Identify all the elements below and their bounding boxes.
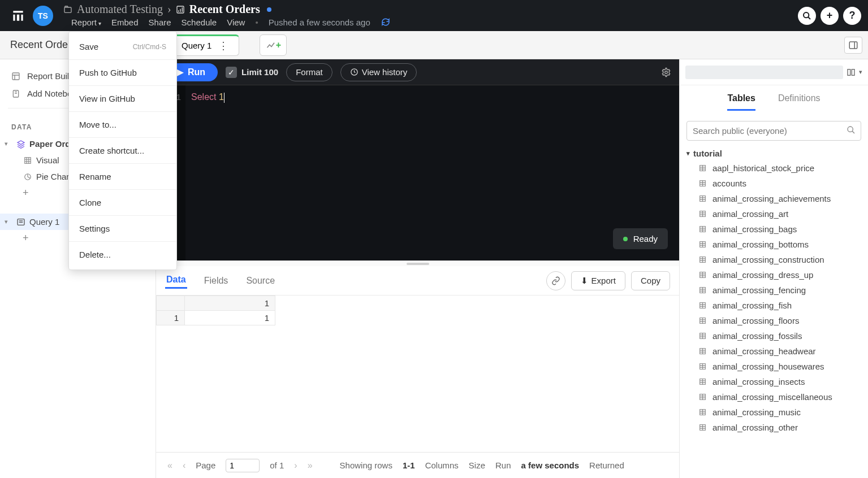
table-icon (23, 157, 33, 164)
svg-point-13 (848, 127, 853, 132)
help-button[interactable]: ? (843, 7, 861, 25)
download-icon: ⬇ (581, 276, 588, 286)
dd-clone[interactable]: Clone (69, 192, 176, 213)
avatar[interactable]: TS (33, 6, 53, 26)
table-name: accounts (712, 179, 746, 188)
link-button[interactable] (546, 271, 565, 290)
dd-save[interactable]: SaveCtrl/Cmd-S (69, 36, 176, 57)
table-row[interactable]: aapl_historical_stock_price (686, 160, 861, 176)
menu-share[interactable]: Share (149, 18, 171, 27)
panel-tab-definitions[interactable]: Definitions (778, 93, 821, 111)
unsaved-dot-icon (267, 7, 271, 12)
results-tab-fields[interactable]: Fields (203, 273, 230, 288)
table-row[interactable]: animal_crossing_insects (686, 374, 861, 389)
toggle-right-panel[interactable] (844, 37, 862, 54)
panel-tab-tables[interactable]: Tables (727, 93, 755, 111)
resize-handle[interactable] (156, 260, 679, 266)
page-input[interactable] (226, 459, 260, 472)
table-row[interactable]: animal_crossing_fossils (686, 328, 861, 344)
results-grid[interactable]: 1 11 (156, 296, 679, 452)
results-tab-source[interactable]: Source (245, 273, 276, 288)
table-icon (699, 225, 708, 233)
limit-checkbox[interactable]: ✓ Limit 100 (226, 67, 278, 78)
status-ready: Ready (613, 228, 668, 249)
menu-embed[interactable]: Embed (111, 18, 139, 27)
cell[interactable]: 1 (185, 311, 275, 325)
table-icon (699, 210, 708, 218)
search-button[interactable] (798, 7, 816, 25)
page-next[interactable]: › (294, 460, 297, 471)
svg-rect-5 (12, 73, 19, 80)
row-header[interactable]: 1 (157, 311, 185, 325)
chevron-down-icon[interactable]: ▾ (5, 218, 12, 225)
kebab-icon[interactable]: ⋮ (216, 40, 231, 52)
col-header[interactable]: 1 (185, 296, 275, 311)
table-icon (699, 164, 708, 172)
chevron-down-icon[interactable]: ▾ (5, 140, 12, 147)
table-name: animal_crossing_headwear (712, 346, 816, 356)
database-node[interactable]: ▾tutorial (686, 146, 861, 160)
menu-view[interactable]: View (227, 18, 245, 27)
keyword: Select (191, 92, 216, 102)
table-icon (699, 332, 708, 340)
add-button[interactable]: + (821, 7, 839, 25)
dd-move[interactable]: Move to... (69, 114, 176, 135)
table-row[interactable]: animal_crossing_bags (686, 221, 861, 237)
format-button[interactable]: Format (286, 63, 332, 81)
code-editor[interactable]: 1 Select 1 Ready (156, 85, 679, 260)
pie-icon (23, 173, 33, 181)
add-chart-button[interactable]: + (260, 34, 287, 56)
history-button[interactable]: View history (340, 63, 417, 81)
page-of: of 1 (270, 460, 284, 470)
svg-rect-7 (25, 157, 31, 163)
table-name: animal_crossing_bags (712, 224, 797, 234)
table-row[interactable]: animal_crossing_floors (686, 313, 861, 328)
gear-icon[interactable] (661, 67, 671, 77)
table-row[interactable]: animal_crossing_construction (686, 252, 861, 267)
table-row[interactable]: animal_crossing_miscellaneous (686, 389, 861, 405)
chevron-down-icon[interactable]: ▾ (686, 150, 690, 157)
page-prev[interactable]: ‹ (183, 460, 185, 471)
table-row[interactable]: animal_crossing_other (686, 420, 861, 435)
table-row[interactable]: animal_crossing_headwear (686, 344, 861, 359)
table-row[interactable]: animal_crossing_fencing (686, 283, 861, 298)
table-row[interactable]: animal_crossing_housewares (686, 359, 861, 374)
header-menubar: Report▾ Embed Share Schedule View • Push… (71, 17, 391, 27)
copy-button[interactable]: Copy (631, 271, 670, 290)
dd-push-github[interactable]: Push to GitHub (69, 62, 176, 83)
breadcrumb-current[interactable]: Recent Orders (189, 3, 260, 16)
table-row[interactable]: animal_crossing_bottoms (686, 237, 861, 252)
page-label: Page (196, 460, 215, 470)
table-row[interactable]: accounts (686, 176, 861, 191)
table-row[interactable]: animal_crossing_fish (686, 298, 861, 313)
tree-label: Visual (36, 155, 59, 165)
export-button[interactable]: ⬇Export (571, 271, 625, 290)
layout-icon[interactable] (847, 68, 856, 77)
results-tabs: Data Fields Source ⬇Export Copy (156, 266, 679, 296)
play-icon: ▶ (176, 67, 183, 77)
schema-search (686, 121, 861, 141)
table-icon (699, 195, 708, 202)
results-tab-data[interactable]: Data (165, 272, 187, 289)
page-last[interactable]: » (308, 460, 313, 471)
search-input[interactable] (686, 121, 861, 141)
table-row[interactable]: animal_crossing_music (686, 405, 861, 420)
dd-settings[interactable]: Settings (69, 218, 176, 239)
table-name: animal_crossing_fossils (712, 331, 802, 341)
table-row[interactable]: animal_crossing_achievements (686, 191, 861, 206)
chevron-down-icon[interactable]: ▾ (859, 68, 862, 76)
sql-icon (16, 218, 26, 227)
dd-rename[interactable]: Rename (69, 166, 176, 187)
dd-delete[interactable]: Delete... (69, 244, 176, 265)
menu-schedule[interactable]: Schedule (182, 18, 217, 27)
breadcrumb-parent[interactable]: Automated Testing (77, 3, 163, 16)
page-first[interactable]: « (167, 460, 172, 471)
table-row[interactable]: animal_crossing_art (686, 206, 861, 221)
menu-report[interactable]: Report▾ (71, 18, 101, 27)
app-logo[interactable] (7, 5, 29, 27)
table-row[interactable]: animal_crossing_dress_up (686, 267, 861, 283)
panel-tabs: Tables Definitions (680, 85, 868, 119)
dd-view-github[interactable]: View in GitHub (69, 88, 176, 109)
sync-icon[interactable] (381, 17, 391, 27)
dd-shortcut[interactable]: Create shortcut... (69, 140, 176, 161)
